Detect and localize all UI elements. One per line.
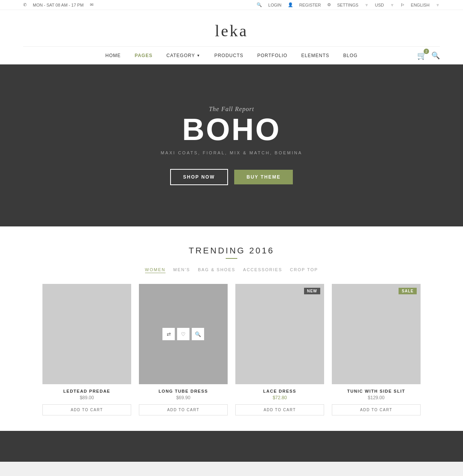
nav-blog[interactable]: BLOG: [336, 51, 365, 60]
product-name: LONG TUBE DRESS: [139, 389, 228, 393]
product-name: LACE DRESS: [235, 389, 324, 393]
add-to-cart-button[interactable]: ADD TO CART: [332, 404, 421, 415]
tab-women[interactable]: WOMEN: [145, 267, 166, 273]
hours-text: MON - SAT 08 AM - 17 PM: [33, 3, 84, 7]
hero-buttons: SHOP NOW BUY THEME: [170, 169, 293, 185]
tab-accessories[interactable]: ACCESSORIES: [243, 267, 282, 273]
add-to-cart-button[interactable]: ADD TO CART: [139, 404, 228, 415]
cart-icon[interactable]: 🛒 2: [417, 51, 427, 60]
tab-crop-top[interactable]: CROP TOP: [290, 267, 318, 273]
top-bar-right: 🔍 LOGIN 👤 REGISTER ⚙ SETTINGS ▼ USD ▼ 🏳 …: [257, 2, 440, 7]
trending-section: TRENDING 2016 WOMEN MEN'S BAG & SHOES AC…: [0, 226, 463, 431]
search-nav-icon[interactable]: 🔍: [431, 51, 440, 60]
hero-description: MAXI COATS, FIORAL, MIX & MATCH, BOEMINA: [161, 150, 302, 155]
product-image: [42, 284, 131, 384]
trending-tabs: WOMEN MEN'S BAG & SHOES ACCESSORIES CROP…: [23, 267, 440, 273]
email-icon: ✉: [90, 2, 93, 7]
product-card[interactable]: ⇄ ♡ 🔍 LONG TUBE DRESS $69.90 ADD TO CART: [139, 284, 228, 415]
settings-icon: ⚙: [327, 2, 331, 7]
main-nav: HOME PAGES CATEGORY▼ PRODUCTS PORTFOLIO …: [23, 46, 440, 64]
product-card[interactable]: SALE TUNIC WITH SIDE SLIT $129.00 ADD TO…: [332, 284, 421, 415]
nav-icons: 🛒 2 🔍: [417, 51, 440, 60]
trending-divider: [226, 258, 237, 259]
nav-elements[interactable]: ELEMENTS: [294, 51, 336, 60]
language-link[interactable]: ENGLISH: [411, 3, 429, 7]
site-logo[interactable]: leka: [215, 18, 248, 46]
new-badge: NEW: [304, 288, 320, 294]
shop-now-button[interactable]: SHOP NOW: [170, 169, 228, 185]
register-link[interactable]: REGISTER: [299, 3, 321, 7]
product-price: $89.00: [42, 395, 131, 400]
cart-badge: 2: [424, 49, 429, 54]
settings-link[interactable]: SETTINGS: [337, 3, 358, 7]
top-bar: ✆ MON - SAT 08 AM - 17 PM ✉ 🔍 LOGIN 👤 RE…: [0, 0, 463, 10]
product-name: LEDTEAD PREDAE: [42, 389, 131, 393]
add-to-cart-button[interactable]: ADD TO CART: [235, 404, 324, 415]
sale-badge: SALE: [399, 288, 417, 294]
separator: ▼: [365, 3, 369, 7]
product-card[interactable]: LEDTEAD PREDAE $89.00 ADD TO CART: [42, 284, 131, 415]
currency-link[interactable]: USD: [375, 3, 384, 7]
chevron-down-icon: ▼: [196, 54, 200, 57]
product-price: $69.90: [139, 395, 228, 400]
trending-title: TRENDING 2016: [23, 246, 440, 256]
phone-icon: ✆: [23, 2, 27, 7]
tab-mens[interactable]: MEN'S: [173, 267, 190, 273]
bottom-section: [0, 431, 463, 462]
separator3: ▼: [436, 3, 440, 7]
search-icon: 🔍: [257, 2, 262, 7]
nav-category[interactable]: CATEGORY▼: [159, 51, 207, 60]
product-image: NEW: [235, 284, 324, 384]
product-card[interactable]: NEW LACE DRESS $72.80 ADD TO CART: [235, 284, 324, 415]
compare-button[interactable]: ⇄: [162, 328, 175, 340]
nav-products[interactable]: PRODUCTS: [207, 51, 250, 60]
tab-bag-shoes[interactable]: BAG & SHOES: [198, 267, 235, 273]
product-name: TUNIC WITH SIDE SLIT: [332, 389, 421, 393]
add-to-cart-button[interactable]: ADD TO CART: [42, 404, 131, 415]
register-icon: 👤: [288, 2, 293, 7]
product-price: $72.80: [235, 395, 324, 400]
buy-theme-button[interactable]: BUY THEME: [234, 170, 293, 184]
product-actions: ⇄ ♡ 🔍: [162, 328, 204, 340]
nav-home[interactable]: HOME: [98, 51, 128, 60]
products-grid: LEDTEAD PREDAE $89.00 ADD TO CART ⇄ ♡ 🔍 …: [23, 284, 440, 415]
login-link[interactable]: LOGIN: [268, 3, 281, 7]
flag-icon: 🏳: [400, 3, 405, 7]
quickview-button[interactable]: 🔍: [192, 328, 204, 340]
hero-title: BOHO: [182, 114, 281, 145]
top-bar-left: ✆ MON - SAT 08 AM - 17 PM ✉: [23, 2, 93, 7]
header: leka HOME PAGES CATEGORY▼ PRODUCTS PORTF…: [0, 10, 463, 64]
hero-subtitle: The Fall Report: [209, 106, 254, 113]
product-price: $129.00: [332, 395, 421, 400]
product-image: SALE: [332, 284, 421, 384]
hero-section: The Fall Report BOHO MAXI COATS, FIORAL,…: [0, 64, 463, 226]
nav-portfolio[interactable]: PORTFOLIO: [250, 51, 294, 60]
separator2: ▼: [390, 3, 394, 7]
nav-pages[interactable]: PAGES: [128, 51, 159, 60]
product-image: ⇄ ♡ 🔍: [139, 284, 228, 384]
wishlist-button[interactable]: ♡: [177, 328, 189, 340]
